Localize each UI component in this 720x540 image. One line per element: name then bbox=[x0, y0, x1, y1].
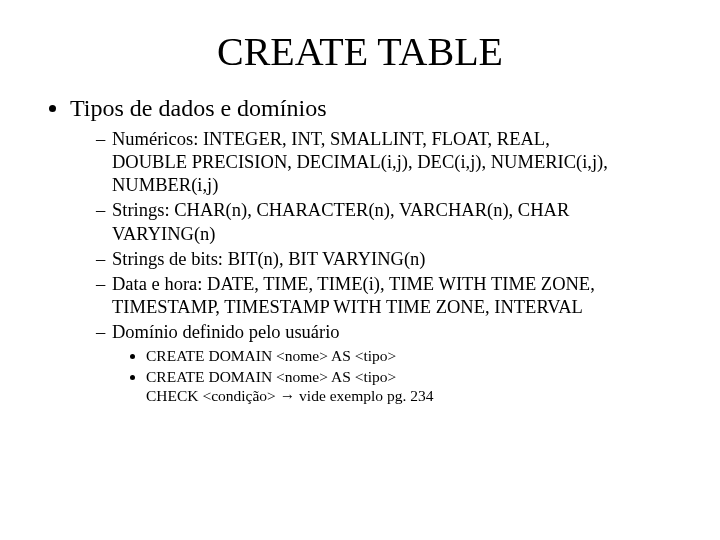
bullet-list-level3: CREATE DOMAIN <nome> AS <tipo> CREATE DO… bbox=[112, 346, 680, 405]
bullet-item: Tipos de dados e domínios Numéricos: INT… bbox=[70, 95, 680, 405]
bullet-item: Strings: CHAR(n), CHARACTER(n), VARCHAR(… bbox=[96, 199, 680, 245]
bullet-item: CREATE DOMAIN <nome> AS <tipo> bbox=[146, 346, 680, 365]
bullet-list-level1: Tipos de dados e domínios Numéricos: INT… bbox=[40, 95, 680, 405]
bullet-item: Strings de bits: BIT(n), BIT VARYING(n) bbox=[96, 248, 680, 271]
bullet-text: Strings: CHAR(n), CHARACTER(n), VARCHAR(… bbox=[112, 199, 680, 222]
bullet-item: Domínio definido pelo usuário CREATE DOM… bbox=[96, 321, 680, 405]
bullet-text: NUMBER(i,j) bbox=[112, 174, 680, 197]
bullet-text: Data e hora: DATE, TIME, TIME(i), TIME W… bbox=[112, 273, 680, 296]
bullet-item: Data e hora: DATE, TIME, TIME(i), TIME W… bbox=[96, 273, 680, 319]
slide-body: Tipos de dados e domínios Numéricos: INT… bbox=[0, 85, 720, 405]
slide-title: CREATE TABLE bbox=[0, 0, 720, 85]
bullet-text: VARYING(n) bbox=[112, 223, 680, 246]
bullet-text: Strings de bits: BIT(n), BIT VARYING(n) bbox=[112, 249, 425, 269]
bullet-list-level2: Numéricos: INTEGER, INT, SMALLINT, FLOAT… bbox=[70, 128, 680, 405]
bullet-text: Domínio definido pelo usuário bbox=[112, 322, 340, 342]
bullet-text: TIMESTAMP, TIMESTAMP WITH TIME ZONE, INT… bbox=[112, 296, 680, 319]
bullet-text: Tipos de dados e domínios bbox=[70, 95, 326, 121]
bullet-item: CREATE DOMAIN <nome> AS <tipo> CHECK <co… bbox=[146, 367, 680, 406]
bullet-text: CHECK <condição> → vide exemplo pg. 234 bbox=[146, 386, 680, 405]
slide: CREATE TABLE Tipos de dados e domínios N… bbox=[0, 0, 720, 540]
bullet-text: Numéricos: INTEGER, INT, SMALLINT, FLOAT… bbox=[112, 128, 680, 151]
bullet-text: DOUBLE PRECISION, DECIMAL(i,j), DEC(i,j)… bbox=[112, 151, 680, 174]
bullet-item: Numéricos: INTEGER, INT, SMALLINT, FLOAT… bbox=[96, 128, 680, 197]
bullet-text: CREATE DOMAIN <nome> AS <tipo> bbox=[146, 347, 396, 364]
bullet-text: CREATE DOMAIN <nome> AS <tipo> bbox=[146, 367, 680, 386]
